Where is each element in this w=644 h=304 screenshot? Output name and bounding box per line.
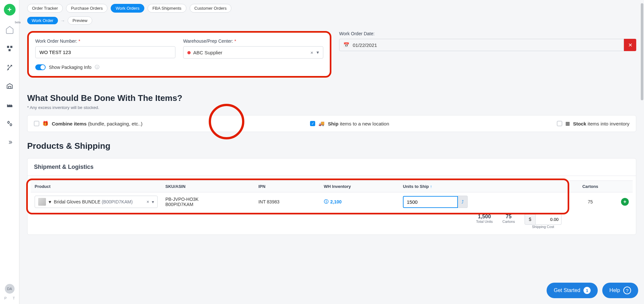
work-order-form-card: Work Order Number: * Warehouse/Prep Cent… (27, 31, 331, 78)
svg-rect-1 (10, 46, 12, 48)
date-input[interactable]: 📅 01/22/2021 (339, 39, 624, 51)
date-clear-button[interactable]: ✕ (624, 39, 636, 51)
product-select[interactable]: ♥ Bridal Gloves BUNDLE (B00PID7KAM) × ▾ (35, 196, 158, 208)
table-row: ♥ Bridal Gloves BUNDLE (B00PID7KAM) × ▾ … (31, 192, 633, 212)
breadcrumb: Work Order → Preview (27, 16, 636, 25)
col-wh: WH Inventory (320, 181, 399, 192)
total-cartons-label: Cartons (502, 220, 515, 223)
ipn-value: INT 83983 (254, 192, 320, 212)
sort-icon: ↑ (430, 184, 432, 189)
wo-number-input[interactable] (35, 46, 175, 58)
date-label: Work Order Date: (339, 31, 636, 36)
tab-order-tracker[interactable]: Order Tracker (27, 4, 63, 13)
tab-fba-shipments[interactable]: FBA Shipments (148, 4, 186, 13)
shipping-cost-label: Shipping Cost (525, 225, 561, 229)
add-button[interactable]: + (4, 4, 16, 16)
total-cartons: 75 (502, 214, 515, 220)
breadcrumb-preview[interactable]: Preview (68, 16, 92, 25)
tab-purchase-orders[interactable]: Purchase Orders (66, 4, 107, 13)
svg-point-5 (10, 124, 11, 126)
item-options-card: 🎁 Combine items (bundle, packaging, etc.… (27, 115, 636, 132)
total-units: 1,500 (476, 214, 493, 220)
section-items-title: What Should Be Done With The Items? (27, 93, 636, 103)
col-ipn: IPN (254, 181, 320, 192)
question-icon: ? (623, 287, 631, 294)
pallet-icon: ▦ (565, 121, 570, 126)
main-content: Order Tracker Purchase Orders Work Order… (19, 0, 644, 304)
sku-line2: B00PID7KAM (165, 202, 250, 207)
nav-magic-icon[interactable] (3, 61, 16, 74)
col-cartons: Cartons (563, 181, 617, 192)
ship-checkbox[interactable]: ✓ (310, 121, 315, 126)
left-sidebar: + beta DA P T (0, 0, 19, 304)
scrollbar[interactable] (641, 3, 643, 100)
col-product: Product (31, 181, 161, 192)
shipment-card: Shipment & Logistics Product SKU/ASIN IP… (27, 158, 636, 235)
status-dot-icon (187, 51, 191, 54)
info-icon: ⓘ (324, 199, 328, 205)
clear-icon[interactable]: × (310, 50, 313, 55)
section-items-sub: * Any excess inventory will be stocked. (27, 105, 636, 110)
warehouse-select[interactable]: ABC Supplier ×▾ (183, 46, 323, 59)
nav-warehouse-icon[interactable] (3, 80, 16, 92)
svg-point-4 (7, 122, 9, 124)
heart-icon: ♥ (49, 199, 51, 204)
nav-expand-icon[interactable] (3, 136, 16, 149)
warehouse-label: Warehouse/Prep Center: * (183, 38, 323, 44)
floating-buttons: Get Started 1 Help ? (547, 283, 638, 298)
arrow-right-icon: → (61, 18, 65, 23)
tab-customer-orders[interactable]: Customer Orders (190, 4, 232, 13)
stock-checkbox[interactable] (557, 121, 562, 126)
svg-rect-2 (8, 49, 10, 51)
svg-rect-3 (8, 86, 11, 88)
breadcrumb-work-order[interactable]: Work Order (27, 17, 58, 24)
get-started-button[interactable]: Get Started 1 (547, 283, 598, 298)
combine-checkbox[interactable] (34, 121, 39, 126)
sku-line1: PB-JVPO-HO3K (165, 197, 250, 202)
packaging-toggle[interactable] (35, 64, 46, 70)
calendar-icon: 📅 (343, 42, 350, 48)
chevron-down-icon[interactable]: ▾ (316, 49, 319, 55)
cartons-value: 75 (563, 192, 617, 212)
nav-factory-icon[interactable] (3, 98, 16, 111)
logo-icon[interactable]: beta (3, 23, 16, 36)
shipment-header: Shipment & Logistics (28, 158, 636, 176)
total-units-label: Total Units (476, 220, 493, 223)
top-tabs: Order Tracker Purchase Orders Work Order… (27, 4, 636, 13)
wo-number-label: Work Order Number: * (35, 38, 175, 44)
truck-icon: 🚚 (318, 121, 325, 126)
get-started-badge: 1 (583, 287, 591, 294)
help-button[interactable]: Help ? (602, 283, 638, 298)
products-table: Product SKU/ASIN IPN WH Inventory Units … (31, 180, 633, 211)
clear-icon[interactable]: × (147, 199, 149, 204)
nav-settings-icon[interactable] (3, 117, 16, 130)
chevron-down-icon[interactable]: ▾ (152, 199, 154, 204)
units-fill-button[interactable]: ⤴ (458, 196, 468, 208)
wh-inventory-link[interactable]: ⓘ2,100 (324, 199, 342, 205)
user-avatar[interactable]: DA (5, 284, 15, 294)
section-products-title: Products & Shipping (27, 141, 636, 151)
tab-work-orders[interactable]: Work Orders (111, 4, 144, 13)
add-row-button[interactable]: + (621, 198, 629, 206)
gift-icon: 🎁 (42, 121, 49, 126)
nav-inventory-icon[interactable] (3, 42, 16, 55)
col-sku: SKU/ASIN (161, 181, 254, 192)
units-input[interactable] (403, 196, 458, 208)
col-units[interactable]: Units to Ship ↑ (399, 181, 563, 192)
shipping-cost-input[interactable] (536, 214, 561, 225)
info-icon[interactable]: ⓘ (95, 64, 99, 70)
product-thumb-icon (38, 198, 46, 206)
currency-label: $ (525, 214, 536, 225)
packaging-toggle-label: Show Packaging Info (49, 65, 92, 70)
svg-rect-0 (7, 46, 9, 48)
sidebar-footer-text: P T (2, 296, 17, 300)
